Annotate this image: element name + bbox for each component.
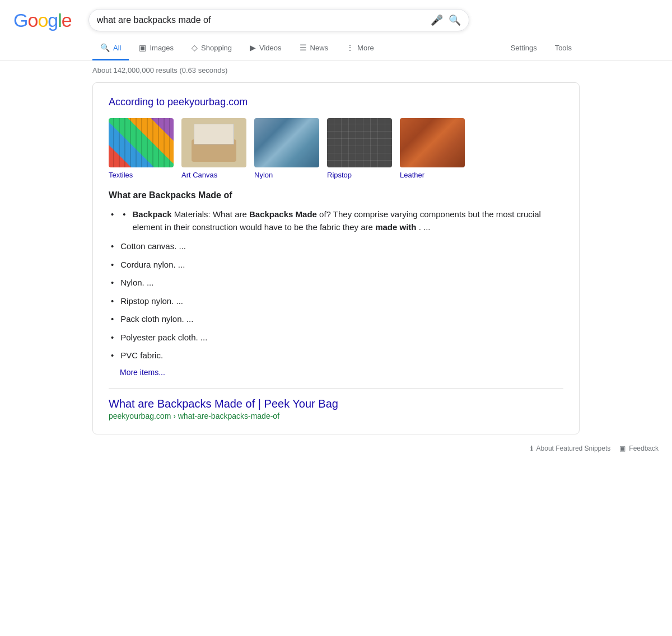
leather-label[interactable]: Leather	[400, 171, 424, 179]
tab-more-label: More	[357, 44, 374, 52]
images-icon: ▣	[139, 43, 146, 52]
bullet-nylon: Nylon. ...	[120, 277, 153, 289]
result-link-section: What are Backpacks Made of | Peek Your B…	[109, 388, 563, 420]
according-to-link[interactable]: According to peekyourbag.com	[109, 96, 563, 108]
news-icon: ☰	[300, 43, 307, 52]
tab-shopping-label: Shopping	[201, 44, 232, 52]
nav-tabs: 🔍 All ▣ Images ◇ Shopping ▶ Videos ☰ New…	[0, 36, 672, 60]
tab-tools[interactable]: Tools	[547, 37, 580, 60]
bold-made-with: made with	[375, 222, 416, 232]
bold-backpack: Backpack	[133, 209, 172, 219]
materials-grid: Textiles Art Canvas Nylon Ripstop Leathe…	[109, 118, 563, 179]
bullet-pvc: PVC fabric.	[120, 349, 163, 362]
results-count: About 142,000,000 results (0.63 seconds)	[0, 60, 672, 78]
settings-label: Settings	[511, 44, 537, 52]
nylon-label[interactable]: Nylon	[254, 171, 273, 179]
material-leather[interactable]: Leather	[400, 118, 465, 179]
microphone-icon[interactable]: 🎤	[431, 14, 443, 26]
logo-g2: g	[48, 10, 58, 31]
tab-all[interactable]: 🔍 All	[92, 36, 129, 60]
more-icon: ⋮	[346, 43, 354, 52]
card-footer: ℹ About Featured Snippets ▣ Feedback	[0, 440, 672, 457]
logo-e: e	[62, 10, 72, 31]
tab-news[interactable]: ☰ News	[292, 36, 337, 60]
list-item-first: • Backpack Materials: What are Backpacks…	[109, 208, 563, 233]
material-textiles[interactable]: Textiles	[109, 118, 174, 179]
tab-images-label: Images	[150, 44, 174, 52]
section-heading: What are Backpacks Made of	[109, 190, 563, 200]
bullet-cordura: Cordura nylon. ...	[120, 259, 185, 272]
feedback-button[interactable]: ▣ Feedback	[619, 445, 659, 452]
content-section: What are Backpacks Made of • Backpack Ma…	[109, 190, 563, 377]
featured-snippet-card: According to peekyourbag.com Textiles Ar…	[92, 82, 580, 434]
info-icon: ℹ	[530, 445, 533, 452]
tab-more[interactable]: ⋮ More	[338, 36, 382, 60]
textiles-label[interactable]: Textiles	[109, 171, 133, 179]
shopping-icon: ◇	[192, 43, 198, 52]
tab-news-label: News	[310, 44, 329, 52]
list-item: PVC fabric.	[109, 349, 563, 362]
google-logo: Google	[13, 10, 72, 31]
bullet-polyester: Polyester pack cloth. ...	[120, 331, 207, 344]
ripstop-label[interactable]: Ripstop	[327, 171, 352, 179]
logo-o2: o	[38, 10, 48, 31]
list-item: Ripstop nylon. ...	[109, 295, 563, 308]
first-item-text: Backpack Materials: What are Backpacks M…	[133, 208, 563, 233]
list-item: Cordura nylon. ...	[109, 259, 563, 272]
material-nylon[interactable]: Nylon	[254, 118, 319, 179]
bullet-cotton: Cotton canvas. ...	[120, 240, 186, 253]
tab-videos-label: Videos	[259, 44, 282, 52]
tools-label: Tools	[555, 44, 572, 52]
about-snippets[interactable]: ℹ About Featured Snippets	[530, 445, 611, 452]
logo-g: G	[13, 10, 27, 31]
ripstop-thumb	[327, 118, 392, 167]
list-item: Pack cloth nylon. ...	[109, 313, 563, 326]
list-item: Cotton canvas. ...	[109, 240, 563, 253]
textiles-thumb	[109, 118, 174, 167]
header: Google 🎤 🔍	[0, 0, 672, 31]
leather-thumb	[400, 118, 465, 167]
result-title[interactable]: What are Backpacks Made of | Peek Your B…	[109, 398, 563, 410]
search-input[interactable]	[97, 15, 431, 25]
bold-backpacks-made: Backpacks Made	[249, 209, 317, 219]
bullet-packcloth: Pack cloth nylon. ...	[120, 313, 193, 326]
tab-settings[interactable]: Settings	[503, 37, 545, 60]
result-url: peekyourbag.com › what-are-backpacks-mad…	[109, 411, 563, 420]
logo-o1: o	[27, 10, 38, 31]
tab-images[interactable]: ▣ Images	[131, 36, 181, 60]
search-icon[interactable]: 🔍	[449, 14, 461, 26]
bullet-ripstop: Ripstop nylon. ...	[120, 295, 183, 308]
list-item: Nylon. ...	[109, 277, 563, 289]
nav-settings: Settings Tools	[503, 36, 580, 60]
list-item: Polyester pack cloth. ...	[109, 331, 563, 344]
artcanvas-label[interactable]: Art Canvas	[181, 171, 217, 179]
nylon-thumb	[254, 118, 319, 167]
search-bar[interactable]: 🎤 🔍	[88, 9, 469, 31]
tab-videos[interactable]: ▶ Videos	[242, 36, 290, 60]
videos-icon: ▶	[250, 43, 256, 52]
material-artcanvas[interactable]: Art Canvas	[181, 118, 246, 179]
search-icons: 🎤 🔍	[431, 14, 461, 26]
tab-shopping[interactable]: ◇ Shopping	[184, 36, 240, 60]
more-items-link[interactable]: More items...	[120, 368, 563, 377]
artcanvas-thumb	[181, 118, 246, 167]
all-icon: 🔍	[100, 43, 110, 52]
feedback-icon: ▣	[619, 445, 626, 452]
tab-all-label: All	[113, 44, 121, 52]
material-ripstop[interactable]: Ripstop	[327, 118, 392, 179]
materials-list: • Backpack Materials: What are Backpacks…	[109, 208, 563, 362]
